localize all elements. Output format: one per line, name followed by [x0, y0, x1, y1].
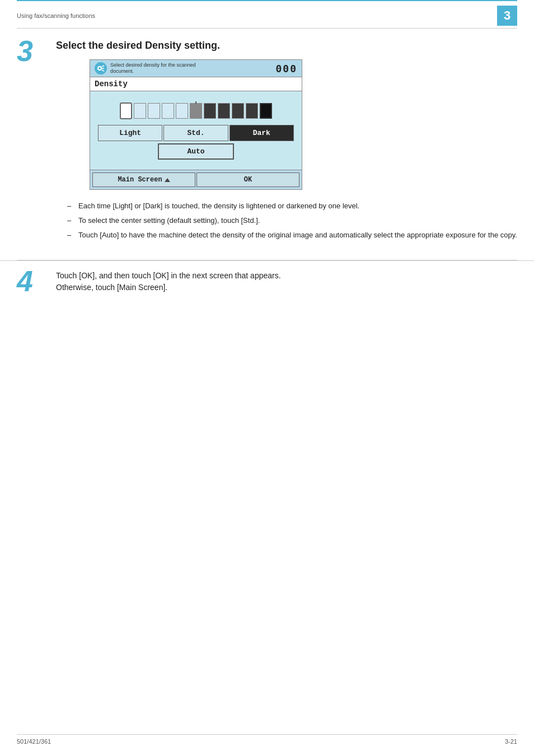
- step4-text: Touch [OK], and then touch [OK] in the n…: [50, 270, 281, 293]
- dark-button[interactable]: Dark: [229, 125, 294, 141]
- page-header: Using fax/scanning functions 3: [0, 1, 534, 28]
- footer-model: 501/421/361: [17, 738, 51, 745]
- step3-section: 3 Select the desired Density setting.: [0, 29, 534, 256]
- auto-row: Auto: [96, 143, 296, 160]
- header-title: Using fax/scanning functions: [17, 12, 95, 19]
- density-buttons-row: Light Std. Dark: [96, 125, 296, 141]
- svg-line-4: [102, 70, 104, 71]
- panel-header-text: Select desired density for the scanneddo…: [110, 62, 196, 74]
- step4-section: 4 Touch [OK], and then touch [OK] in the…: [0, 260, 534, 307]
- density-seg-8: [232, 103, 244, 119]
- density-seg-10: [260, 103, 272, 119]
- bullet-2: To select the center setting (default se…: [67, 216, 517, 226]
- density-seg-6: [204, 103, 216, 119]
- density-thumb[interactable]: [120, 102, 132, 119]
- main-screen-button[interactable]: Main Screen: [92, 172, 195, 187]
- step3-number: 3: [17, 36, 50, 66]
- bullet-3: Touch [Auto] to have the machine detect …: [67, 230, 517, 240]
- step3-title: Select the desired Density setting.: [56, 40, 517, 52]
- light-button[interactable]: Light: [98, 125, 162, 141]
- arrow-up-icon: [165, 178, 170, 182]
- density-seg-7: [218, 103, 230, 119]
- density-seg-3: [162, 103, 174, 119]
- bullet-1: Each time [Light] or [Dark] is touched, …: [67, 201, 517, 211]
- density-seg-4: [176, 103, 188, 119]
- ok-button[interactable]: OK: [196, 172, 299, 187]
- panel-label: Density: [90, 77, 302, 91]
- density-seg-1: [134, 103, 146, 119]
- density-slider: [96, 99, 296, 125]
- svg-line-2: [102, 66, 104, 67]
- footer-page: 3-21: [505, 738, 517, 745]
- density-seg-5: [190, 103, 202, 119]
- panel-header-left: Select desired density for the scanneddo…: [95, 62, 196, 74]
- panel-bottom-row: Main Screen OK: [90, 170, 302, 189]
- density-seg-9: [246, 103, 258, 119]
- panel-counter: 000: [275, 63, 297, 74]
- ok-label: OK: [244, 176, 252, 184]
- std-button[interactable]: Std.: [163, 125, 228, 141]
- page-number: 3: [497, 6, 517, 26]
- panel-header: Select desired density for the scanneddo…: [90, 60, 302, 77]
- panel-icon: [95, 62, 107, 74]
- density-panel: Select desired density for the scanneddo…: [90, 59, 302, 190]
- page-footer: 501/421/361 3-21: [17, 734, 517, 745]
- panel-body: Light Std. Dark Auto: [90, 91, 302, 170]
- main-screen-label: Main Screen: [118, 176, 162, 184]
- density-seg-2: [148, 103, 160, 119]
- svg-point-1: [99, 67, 101, 69]
- step3-bullets: Each time [Light] or [Dark] is touched, …: [56, 195, 517, 251]
- step3-content: Select the desired Density setting.: [50, 40, 517, 251]
- auto-button[interactable]: Auto: [158, 143, 233, 160]
- step4-number: 4: [17, 267, 50, 296]
